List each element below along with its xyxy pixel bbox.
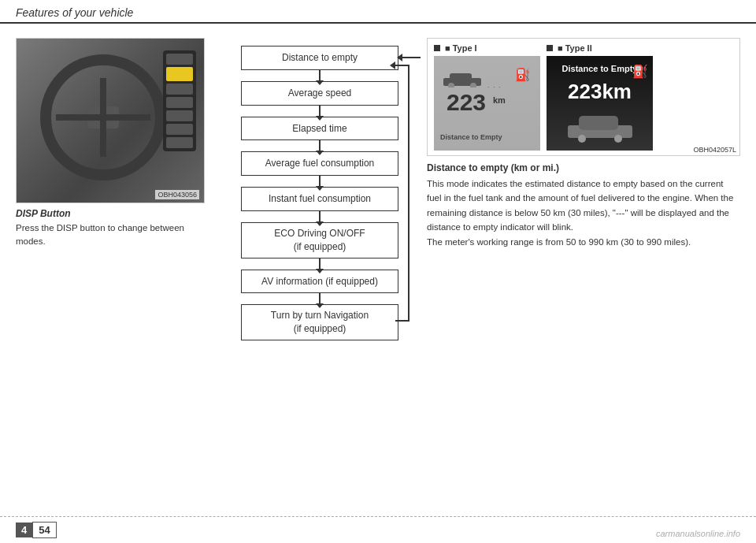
control-btn-5 bbox=[166, 124, 193, 135]
image-code-left: OBH043056 bbox=[155, 190, 199, 199]
loop-arrowhead bbox=[390, 61, 395, 69]
type2-image: Distance to Empty 223km ⛽ bbox=[547, 56, 653, 151]
type2-label: ■ Type II bbox=[547, 43, 653, 53]
caption-text: Press the DISP button to change between … bbox=[16, 221, 213, 249]
controls-panel bbox=[163, 50, 196, 151]
type1-image: ⛽ . . . 223 km Distance to Empty bbox=[434, 56, 540, 151]
flow-box-8: Turn by turn Navigation (if equipped) bbox=[241, 304, 398, 340]
flow-row-1: Distance to empty bbox=[225, 46, 414, 70]
control-btn-3 bbox=[166, 97, 193, 108]
flow-arrow-6 bbox=[319, 258, 321, 270]
caption-title: DISP Button bbox=[16, 208, 213, 219]
page-footer: 4 54 carmanualsonline.info bbox=[0, 516, 756, 543]
flow-arrow-2 bbox=[319, 106, 321, 117]
type1-km-unit: km bbox=[493, 95, 506, 105]
type2-km-value: 223km bbox=[568, 80, 632, 104]
type1-background: ⛽ . . . 223 km Distance to Empty bbox=[434, 56, 540, 151]
desc-title: Distance to empty (km or mi.) bbox=[427, 162, 740, 173]
type1-bottom-label: Distance to Empty bbox=[440, 133, 502, 141]
flow-arrow-4 bbox=[319, 176, 321, 187]
display-images: ■ Type I ⛽ . . . bbox=[427, 38, 740, 156]
flow-arrow-5 bbox=[319, 211, 321, 222]
type1-fuel-icon: ⛽ bbox=[515, 67, 531, 82]
display-type-2: ■ Type II Distance to Empty 223km ⛽ bbox=[547, 43, 653, 151]
loop-arrow bbox=[395, 65, 410, 322]
type1-label: ■ Type I bbox=[434, 43, 540, 53]
steering-spoke-vertical bbox=[100, 78, 106, 157]
steering-wheel-image: OBH043056 bbox=[16, 38, 205, 203]
type1-square bbox=[434, 45, 440, 51]
flow-arrow-3 bbox=[319, 140, 321, 151]
svg-point-6 bbox=[578, 135, 586, 143]
page-header: Features of your vehicle bbox=[0, 0, 756, 24]
flow-arrow-1 bbox=[319, 70, 321, 81]
incoming-arrow bbox=[402, 57, 421, 58]
flow-box-1: Distance to empty bbox=[241, 46, 398, 70]
flowchart: Distance to empty Average speed Elapsed … bbox=[225, 46, 414, 340]
type1-dots: . . . bbox=[487, 81, 502, 89]
left-section: OBH043056 DISP Button Press the DISP but… bbox=[16, 38, 213, 340]
type1-km-value: 223 bbox=[447, 91, 486, 114]
steering-wheel-graphic bbox=[40, 54, 166, 180]
control-btn-4 bbox=[166, 110, 193, 121]
right-section: ■ Type I ⛽ . . . bbox=[427, 38, 740, 340]
page-section-number: 4 bbox=[16, 523, 32, 537]
svg-rect-1 bbox=[450, 73, 472, 81]
flow-arrow-7 bbox=[319, 293, 321, 304]
type1-car-icon bbox=[442, 70, 483, 87]
svg-rect-5 bbox=[579, 116, 618, 130]
type2-fuel-icon: ⛽ bbox=[632, 64, 648, 79]
type2-car-silhouette bbox=[565, 111, 636, 143]
watermark: carmanualsonline.info bbox=[656, 529, 740, 538]
page-number-box: 4 54 bbox=[16, 522, 57, 538]
svg-point-7 bbox=[614, 135, 622, 143]
type2-square bbox=[547, 45, 553, 51]
control-btn-disp bbox=[166, 67, 193, 81]
type2-display-title: Distance to Empty bbox=[562, 64, 638, 73]
arrow-line bbox=[402, 57, 421, 58]
flow-box-6: ECO Driving ON/OFF (if equipped) bbox=[241, 222, 398, 258]
arrowhead bbox=[397, 54, 402, 61]
flowchart-section: Distance to empty Average speed Elapsed … bbox=[225, 38, 414, 340]
type2-background: Distance to Empty 223km ⛽ bbox=[547, 56, 653, 151]
page-number: 54 bbox=[32, 522, 56, 538]
control-btn-6 bbox=[166, 137, 193, 148]
control-btn-2 bbox=[166, 84, 193, 95]
main-content: OBH043056 DISP Button Press the DISP but… bbox=[0, 24, 756, 348]
desc-text: This mode indicates the estimated distan… bbox=[427, 177, 740, 249]
control-btn-1 bbox=[166, 54, 193, 65]
display-type-1: ■ Type I ⛽ . . . bbox=[434, 43, 540, 151]
page-title: Features of your vehicle bbox=[16, 6, 133, 19]
image-code-right: OBH042057L bbox=[693, 146, 736, 154]
